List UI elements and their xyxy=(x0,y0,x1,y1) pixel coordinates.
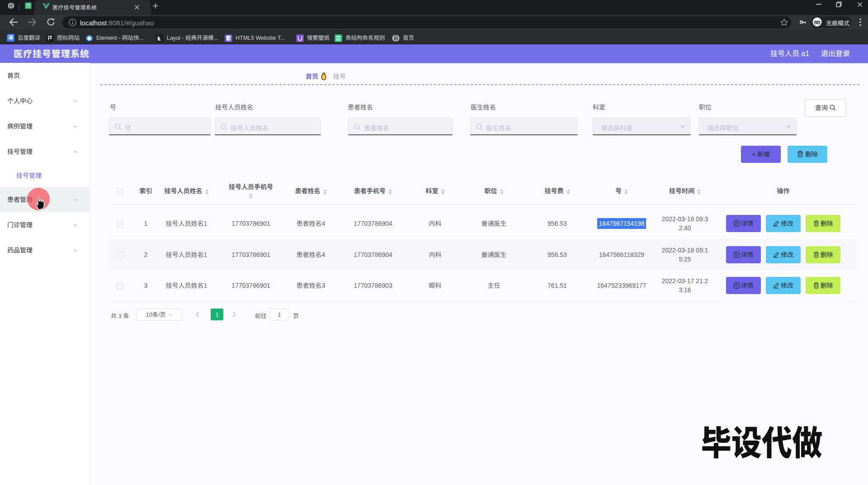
svg-text:毕设代做: 毕设代做 xyxy=(701,416,823,466)
